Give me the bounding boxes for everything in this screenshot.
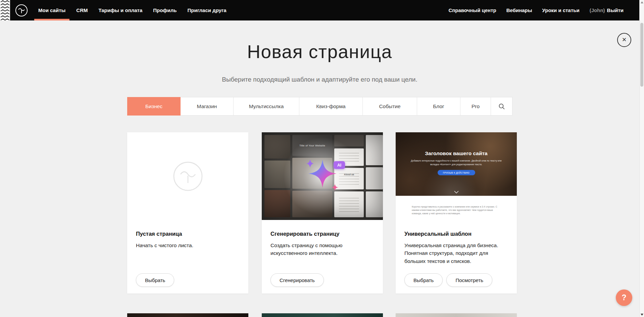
card-title: Сгенерировать страницу: [270, 231, 374, 237]
choose-button[interactable]: Выбрать: [136, 273, 174, 287]
chevron-down-icon: [454, 191, 459, 193]
vertical-scrollbar[interactable]: [639, 0, 644, 317]
template-card-partial[interactable]: [127, 313, 248, 317]
generate-button[interactable]: Сгенерировать: [270, 273, 324, 287]
tab-event[interactable]: Событие: [362, 97, 417, 116]
blank-page-preview: [127, 132, 248, 220]
card-title: Универсальный шаблон: [404, 231, 508, 237]
preview-button[interactable]: Посмотреть: [446, 273, 492, 287]
nav-lessons[interactable]: Уроки и статьи: [542, 0, 580, 20]
tab-blog[interactable]: Блог: [417, 97, 460, 116]
template-category-tabs: Бизнес Магазин Мультиссылка Квиз-форма С…: [127, 97, 512, 116]
card-content: Сгенерировать страницу Создать страницу …: [262, 220, 383, 293]
user-name: (John): [590, 7, 605, 13]
user-logout[interactable]: (John) Выйти: [590, 0, 624, 20]
main-menu: Мои сайты CRM Тарифы и оплата Профиль Пр…: [38, 0, 227, 20]
template-hero-text: Добавьте интересные подробности о вашей …: [409, 159, 504, 166]
ai-sparkle-icon: [297, 151, 348, 201]
template-hero-section: Заголовок вашего сайта Добавьте интересн…: [396, 132, 517, 196]
template-card-partial[interactable]: [396, 313, 517, 317]
ai-badge: AI: [334, 161, 345, 169]
scrollbar-thumb[interactable]: [640, 23, 643, 87]
card-title: Пустая страница: [136, 231, 240, 237]
help-button[interactable]: ?: [616, 289, 632, 306]
page-title: Новая страница: [0, 41, 639, 62]
card-content: Пустая страница Начать с чистого листа. …: [127, 220, 248, 293]
universal-template-preview: Заголовок вашего сайта Добавьте интересн…: [396, 132, 517, 220]
nav-my-sites[interactable]: Мои сайты: [38, 0, 65, 20]
card-content: Универсальный шаблон Универсальная стран…: [396, 220, 517, 293]
template-body-text: Коротко представьтесь и расскажите о ком…: [396, 196, 517, 215]
top-navigation-bar: Мои сайты CRM Тарифы и оплата Профиль Пр…: [0, 0, 639, 20]
nav-profile[interactable]: Профиль: [153, 0, 177, 20]
card-actions: Сгенерировать: [270, 273, 324, 287]
nav-pricing[interactable]: Тарифы и оплата: [98, 0, 142, 20]
card-description: Создать страницу с помощью искусственног…: [270, 241, 371, 257]
choose-button[interactable]: Выбрать: [404, 273, 443, 287]
nav-help-center[interactable]: Справочный центр: [448, 0, 496, 20]
template-card-universal: Заголовок вашего сайта Добавьте интересн…: [396, 132, 517, 293]
template-hero-title: Заголовок вашего сайта: [396, 132, 517, 156]
page-subtitle: Выберите подходящий шаблон и адаптируйте…: [0, 76, 639, 83]
tab-quiz-form[interactable]: Квиз-форма: [299, 97, 363, 116]
search-icon: [498, 103, 505, 110]
nav-webinars[interactable]: Вебинары: [506, 0, 532, 20]
tab-pro[interactable]: Pro: [460, 97, 491, 116]
ai-generate-preview: Title of Your Website About us: [262, 132, 383, 220]
tilda-watermark-icon: [172, 160, 204, 192]
nav-crm[interactable]: CRM: [76, 0, 88, 20]
secondary-menu: Справочный центр Вебинары Уроки и статьи…: [448, 0, 635, 20]
tilda-logo[interactable]: [15, 0, 28, 20]
zigzag-edge-decoration: [0, 0, 10, 20]
card-description: Универсальная страница для бизнеса. Поня…: [404, 241, 505, 265]
tab-shop[interactable]: Магазин: [180, 97, 234, 116]
tab-multilink[interactable]: Мультиссылка: [233, 97, 299, 116]
template-cta-button: ПРИЗЫВ К ДЕЙСТВИЮ: [438, 170, 475, 175]
template-card-partial[interactable]: [262, 313, 383, 317]
nav-invite-friend[interactable]: Пригласи друга: [187, 0, 226, 20]
logout-link[interactable]: Выйти: [607, 7, 624, 13]
scrollbar-down-arrow[interactable]: [641, 314, 643, 316]
tab-business[interactable]: Бизнес: [127, 97, 181, 116]
scrollbar-up-arrow[interactable]: [641, 1, 643, 3]
template-card-blank: Пустая страница Начать с чистого листа. …: [127, 132, 248, 293]
card-actions: Выбрать Посмотреть: [404, 273, 492, 287]
template-card-ai-generate: Title of Your Website About us: [262, 132, 383, 293]
question-mark-icon: ?: [622, 293, 626, 302]
new-page-screen: Мои сайты CRM Тарифы и оплата Профиль Пр…: [0, 0, 644, 317]
card-description: Начать с чистого листа.: [136, 241, 237, 249]
card-actions: Выбрать: [136, 273, 174, 287]
tilda-logo-icon: [15, 4, 28, 17]
tab-search[interactable]: [491, 97, 512, 116]
